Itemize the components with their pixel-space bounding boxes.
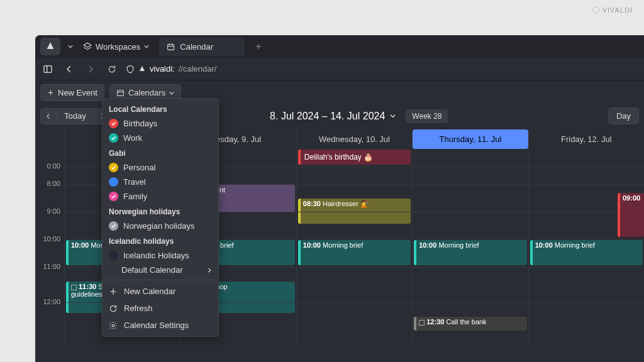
time-cell[interactable] xyxy=(412,212,528,239)
svg-rect-3 xyxy=(118,90,124,96)
time-cell[interactable]: 12:30 Call the bank xyxy=(412,302,528,343)
calendar-toolbar: New Event Calendars Local CalendarsBirth… xyxy=(35,80,644,105)
time-cell[interactable] xyxy=(528,167,644,184)
calendar-toggle-item[interactable]: Birthdays xyxy=(103,116,218,131)
time-cell[interactable]: 10:00 Morning brief xyxy=(528,239,644,267)
tab-menu-dropdown[interactable] xyxy=(64,44,77,49)
event-call-bank[interactable]: 12:30 Call the bank xyxy=(414,317,526,331)
calendar-icon xyxy=(167,43,175,51)
new-tab-button[interactable] xyxy=(250,43,267,50)
dropdown-section-header: Gabi xyxy=(103,145,218,160)
event-morning-brief[interactable]: 10:00 Morning brief xyxy=(414,240,526,265)
refresh-action[interactable]: Refresh xyxy=(103,300,218,317)
calendar-toggle-item[interactable]: Icelandic Holidays xyxy=(103,248,218,263)
calendars-dropdown: Local CalendarsBirthdaysWorkGabiPersonal… xyxy=(102,98,219,337)
time-cell[interactable] xyxy=(296,212,412,239)
time-label: 8:00 xyxy=(35,180,64,207)
date-navigation: Today xyxy=(40,108,110,124)
tab-bar: Workspaces Calendar xyxy=(35,35,644,58)
gear-icon xyxy=(109,321,118,330)
url-field[interactable]: vivaldi://calendar/ xyxy=(126,64,216,74)
chevron-right-icon xyxy=(207,267,212,273)
chevron-left-icon xyxy=(45,113,52,119)
time-cell[interactable] xyxy=(296,167,412,184)
browser-window: Workspaces Calendar vivaldi://calendar/ xyxy=(35,35,644,362)
plus-icon xyxy=(109,287,118,296)
calendar-name: Norwegian holidays xyxy=(123,221,194,231)
new-calendar-action[interactable]: New Calendar xyxy=(103,283,218,300)
url-domain: vivaldi: xyxy=(150,64,175,74)
today-button[interactable]: Today xyxy=(57,108,94,124)
day-header[interactable]: Thursday, 11. Jul xyxy=(412,129,528,149)
chevron-down-icon xyxy=(144,44,149,49)
chevron-right-icon xyxy=(86,65,95,74)
time-label: 12:00 xyxy=(35,298,64,338)
calendar-toggle-item[interactable]: Personal xyxy=(103,160,218,175)
svg-point-0 xyxy=(593,7,599,13)
new-event-button[interactable]: New Event xyxy=(40,84,104,101)
dropdown-section-header: Local Calendars xyxy=(103,101,218,116)
default-calendar-item[interactable]: Default Calendar xyxy=(103,263,218,277)
day-header[interactable]: Friday, 12. Jul xyxy=(528,129,644,149)
time-label: 0:00 xyxy=(35,162,64,180)
calendar-toggle-item[interactable]: Travel xyxy=(103,175,218,189)
date-range[interactable]: 8. Jul 2024 – 14. Jul 2024 xyxy=(270,111,396,122)
time-cell[interactable] xyxy=(528,267,644,302)
vivaldi-icon xyxy=(138,65,146,73)
time-cell[interactable] xyxy=(296,302,412,343)
tab-label: Calendar xyxy=(180,42,213,52)
calendar-name: Family xyxy=(123,192,147,201)
tab-calendar[interactable]: Calendar xyxy=(159,37,245,56)
day-header[interactable]: Wednesday, 10. Jul xyxy=(296,129,412,149)
calendar-name: Travel xyxy=(123,177,146,187)
calendar-name: Icelandic Holidays xyxy=(123,251,189,260)
event-partial[interactable]: 09:00 xyxy=(618,193,644,237)
event-morning-brief[interactable]: 10:00 Morning brief xyxy=(530,240,643,265)
allday-event-birthday[interactable]: Delilah's birthday 🎂 xyxy=(298,150,411,165)
time-cell[interactable] xyxy=(296,267,412,302)
back-button[interactable] xyxy=(62,62,77,77)
svg-rect-1 xyxy=(168,44,174,50)
vivaldi-brand: VIVALDI xyxy=(592,6,633,14)
chevron-left-icon xyxy=(65,65,74,74)
reload-button[interactable] xyxy=(104,62,119,77)
time-cell[interactable] xyxy=(412,267,528,302)
vivaldi-menu-button[interactable] xyxy=(40,38,60,55)
forward-button[interactable] xyxy=(83,62,98,77)
workspaces-menu[interactable]: Workspaces xyxy=(77,42,155,52)
event-morning-brief[interactable]: 10:00 Morning brief xyxy=(298,240,411,265)
reload-icon xyxy=(109,304,118,313)
reload-icon xyxy=(108,65,116,74)
calendar-settings-action[interactable]: Calendar Settings xyxy=(103,317,218,334)
address-bar: vivaldi://calendar/ xyxy=(35,58,644,80)
time-cell[interactable]: 10:00 Morning brief xyxy=(296,239,412,267)
chevron-down-icon xyxy=(390,113,396,119)
time-label: 11:00 xyxy=(35,263,64,298)
time-label: 9:00 xyxy=(35,207,64,235)
calendar-toggle-item[interactable]: Norwegian holidays xyxy=(103,219,218,233)
svg-rect-2 xyxy=(44,65,52,72)
new-event-label: New Event xyxy=(58,88,97,97)
dropdown-section-header: Norwegian holidays xyxy=(103,204,218,219)
panel-toggle-button[interactable] xyxy=(40,62,55,77)
calendar-name: Birthdays xyxy=(123,119,157,128)
time-cell[interactable]: 10:00 Morning brief xyxy=(412,239,528,267)
calendar-name: Personal xyxy=(123,163,155,172)
view-day-button[interactable]: Day xyxy=(608,107,639,124)
event-title: Delilah's birthday 🎂 xyxy=(304,153,373,162)
svg-point-4 xyxy=(112,324,114,327)
time-cell[interactable] xyxy=(412,184,528,212)
prev-period-button[interactable] xyxy=(40,108,57,124)
time-cell[interactable] xyxy=(528,302,644,343)
calendar-toggle-item[interactable]: Work xyxy=(103,131,218,145)
time-cell[interactable] xyxy=(412,167,528,184)
calendar-toggle-item[interactable]: Family xyxy=(103,189,218,204)
dropdown-section-header: Icelandic holidays xyxy=(103,233,218,248)
calendar-icon xyxy=(116,89,125,97)
plus-icon xyxy=(255,43,262,50)
plus-icon xyxy=(47,89,54,96)
week-badge: Week 28 xyxy=(406,109,448,123)
calendar-name: Work xyxy=(123,133,142,143)
time-cell[interactable]: 08:30 Hairdresser 💇 xyxy=(296,184,412,212)
workspaces-label: Workspaces xyxy=(96,42,140,52)
